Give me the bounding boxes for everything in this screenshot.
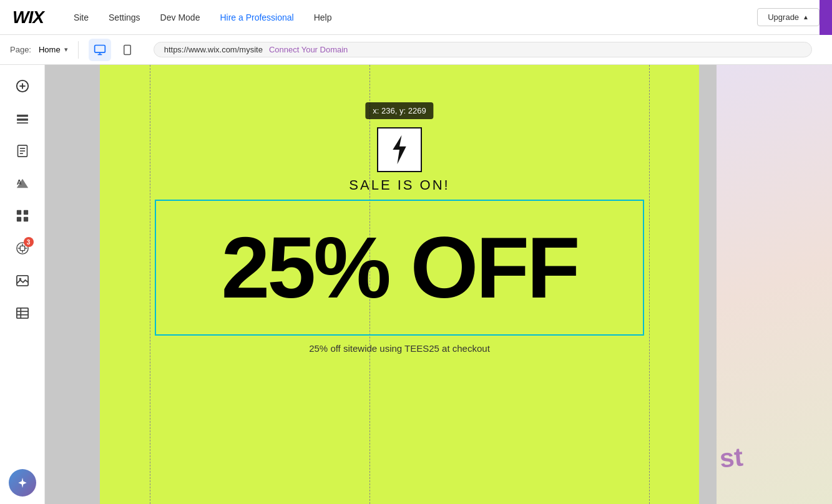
svg-rect-18: [23, 210, 27, 215]
guide-line-right: [649, 65, 650, 504]
svg-rect-29: [16, 308, 27, 318]
svg-rect-10: [17, 122, 28, 124]
apps-icon: [16, 209, 29, 223]
svg-rect-8: [17, 115, 28, 117]
pages-icon: [16, 144, 29, 158]
discount-subtitle: 25% off sitewide using TEES25 at checkou…: [309, 343, 490, 354]
toolbar-divider: [78, 41, 79, 59]
lightning-bolt-icon: [387, 134, 412, 165]
sidebar-item-data[interactable]: [9, 299, 36, 327]
sections-icon: [16, 114, 29, 124]
right-partial-image: st: [717, 65, 832, 504]
nav-hire[interactable]: Hire a Professional: [220, 12, 293, 22]
nav-settings[interactable]: Settings: [109, 12, 140, 22]
desktop-icon: [94, 44, 106, 56]
design-icon: A: [16, 177, 29, 190]
sidebar-item-add[interactable]: [9, 72, 36, 100]
chevron-up-icon: ▲: [803, 14, 809, 21]
mobile-icon: [122, 44, 133, 56]
top-navigation: WIX Site Settings Dev Mode Hire a Profes…: [0, 0, 832, 35]
url-bar: https://www.wix.com/mysite Connect Your …: [154, 42, 812, 57]
guide-line-left: [150, 65, 150, 504]
plus-icon: [16, 79, 29, 93]
svg-rect-3: [124, 45, 130, 54]
upgrade-button[interactable]: Upgrade ▲: [757, 8, 820, 26]
page-toolbar: Page: Home ▾ https://www.wix.com/mysite …: [0, 35, 832, 65]
nav-help[interactable]: Help: [314, 12, 332, 22]
main-layout: A 3: [0, 65, 832, 504]
page-name: Home: [39, 45, 61, 54]
sidebar-item-sections[interactable]: [9, 105, 36, 132]
media-icon: [16, 274, 29, 287]
svg-marker-33: [393, 135, 406, 164]
canvas-area[interactable]: x: 236, y: 2269 SALE IS ON! 25% OFF 25% …: [45, 65, 832, 504]
svg-rect-9: [17, 119, 28, 121]
sidebar-item-marketplace[interactable]: 3: [9, 235, 36, 262]
connect-domain-link[interactable]: Connect Your Domain: [269, 45, 348, 54]
sidebar-item-design[interactable]: A: [9, 170, 36, 197]
sidebar-item-pages[interactable]: [9, 137, 36, 165]
chevron-down-icon: ▾: [64, 46, 68, 54]
svg-rect-20: [23, 217, 27, 221]
lightning-icon-box: [377, 127, 422, 172]
left-sidebar: A 3: [0, 65, 45, 504]
ai-assistant-button[interactable]: [9, 469, 36, 497]
table-icon: [16, 307, 29, 319]
svg-rect-19: [16, 217, 21, 221]
svg-rect-17: [16, 210, 21, 215]
purple-edge-decoration: [820, 0, 832, 35]
svg-rect-22: [20, 246, 24, 250]
partial-image-text: st: [718, 442, 744, 473]
nav-devmode[interactable]: Dev Mode: [160, 12, 200, 22]
sidebar-item-apps[interactable]: [9, 202, 36, 230]
ai-sparkle-icon: [16, 477, 29, 489]
coordinate-tooltip: x: 236, y: 2269: [365, 102, 433, 119]
svg-rect-0: [94, 45, 105, 52]
site-preview: x: 236, y: 2269 SALE IS ON! 25% OFF 25% …: [100, 65, 699, 504]
page-selector-button[interactable]: Home ▾: [39, 45, 68, 54]
wix-logo: WIX: [12, 7, 44, 27]
discount-box: 25% OFF: [155, 200, 644, 336]
mobile-view-button[interactable]: [116, 39, 139, 61]
nav-site[interactable]: Site: [74, 12, 89, 22]
url-text: https://www.wix.com/mysite: [164, 45, 263, 54]
discount-text: 25% OFF: [221, 224, 577, 311]
page-label: Page:: [10, 45, 31, 54]
sidebar-item-media[interactable]: [9, 267, 36, 294]
marketplace-badge: 3: [24, 237, 34, 247]
sale-heading: SALE IS ON!: [349, 177, 449, 193]
desktop-view-button[interactable]: [89, 39, 111, 61]
